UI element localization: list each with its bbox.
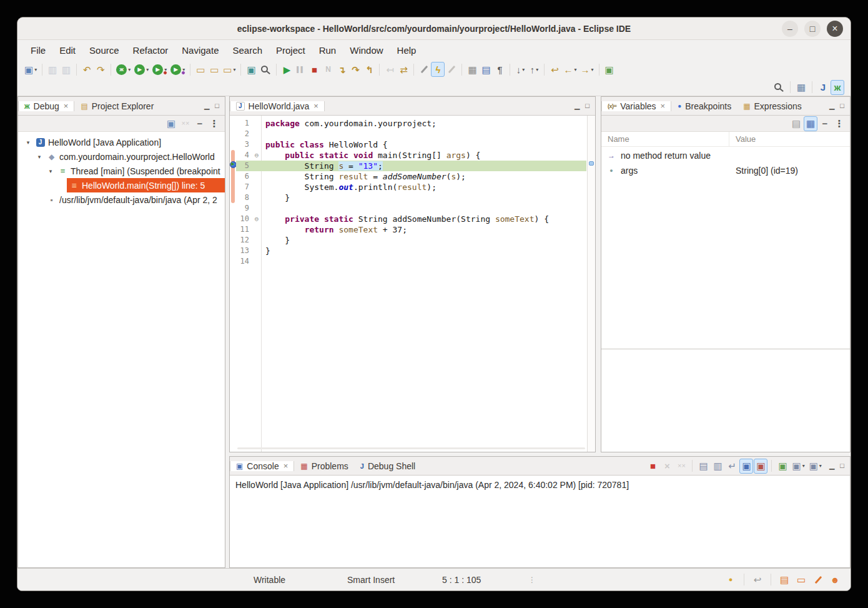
show-type-names-button[interactable]: ▤ [789, 116, 803, 131]
save-all-button[interactable]: ▥ [59, 62, 73, 77]
debug-tree-item-1[interactable]: ▾com.yourdomain.yourproject.HelloWorld [18, 149, 225, 164]
display-console-button[interactable]: ▣▾ [790, 459, 806, 474]
maximize-view-icon[interactable]: □ [840, 102, 844, 109]
console-view-tab-console[interactable]: Console× [230, 461, 294, 471]
variables-view-tab-variables[interactable]: Variables× [601, 101, 671, 111]
console-output[interactable]: HelloWorld [Java Application] /usr/lib/j… [230, 476, 850, 567]
minimize-view-icon[interactable]: ▁ [575, 102, 579, 109]
dropdown-arrow-icon[interactable]: ▾ [591, 67, 593, 72]
debug-tree-item-2[interactable]: ▾Thread [main] (Suspended (breakpoint [18, 164, 225, 178]
step-into-button[interactable]: ↴ [335, 62, 348, 77]
link-with-editor-button[interactable] [445, 62, 458, 77]
show-stderr-button[interactable]: ▣ [754, 459, 767, 474]
menu-edit[interactable]: Edit [52, 42, 82, 58]
open-console-button[interactable]: ▣▾ [807, 459, 824, 474]
tree-expand-icon[interactable]: ▾ [23, 139, 33, 146]
dropdown-arrow-icon[interactable]: ▾ [34, 67, 37, 72]
debug-view-tab-project-explorer[interactable]: Project Explorer [75, 101, 159, 111]
console-view-tab-problems[interactable]: Problems [295, 461, 353, 471]
show-stdout-button[interactable]: ▣ [739, 459, 753, 474]
mark-occurrences-button[interactable]: ϟ [431, 62, 445, 77]
close-window-button[interactable]: × [827, 21, 843, 37]
debug-tree-item-4[interactable]: /usr/lib/jvm/default-java/bin/java (Apr … [18, 192, 225, 207]
dropdown-arrow-icon[interactable]: ▾ [536, 67, 538, 72]
search-button[interactable] [258, 62, 273, 77]
resume-button[interactable]: ▶ [280, 62, 293, 77]
dropdown-arrow-icon[interactable]: ▾ [574, 67, 576, 72]
pencil-button[interactable] [417, 62, 431, 77]
close-tab-icon[interactable]: × [661, 101, 666, 111]
overview-ruler[interactable] [587, 116, 595, 452]
show-logical-structures-button[interactable]: ▦ [804, 116, 817, 131]
suspend-button[interactable]: ▌▌ [293, 62, 307, 77]
edit-icon[interactable] [811, 572, 825, 587]
code-line-7[interactable]: 7 System.out.println(result); [236, 182, 586, 192]
close-tab-icon[interactable]: × [313, 101, 318, 111]
console-view-tab-debug-shell[interactable]: Debug Shell [355, 461, 421, 471]
restore-icon[interactable]: ↩ [751, 572, 764, 587]
step-return-button[interactable]: ↰ [362, 62, 376, 77]
open-resource-button[interactable]: ▭▾ [221, 62, 237, 77]
variable-row-0[interactable]: no method return value [601, 148, 850, 163]
terminate-console-button[interactable]: ■ [646, 459, 659, 474]
block-selection-button[interactable]: ▦ [465, 62, 479, 77]
show-whitespace-button[interactable]: ¶ [493, 62, 506, 77]
fold-collapse-icon[interactable]: ⊖ [252, 214, 261, 224]
disconnect-button[interactable]: N [321, 62, 335, 77]
pin-editor-button[interactable]: ▣ [603, 62, 616, 77]
quick-fix-lightbulb-icon[interactable]: ● [724, 572, 737, 587]
next-annotation-button[interactable]: ↓▾ [513, 62, 527, 77]
code-line-8[interactable]: 8 } [236, 192, 586, 203]
menu-navigate[interactable]: Navigate [175, 42, 225, 58]
clear-console-button[interactable]: ▤ [696, 459, 710, 474]
dropdown-arrow-icon[interactable]: ▾ [522, 67, 525, 72]
java-perspective-button[interactable]: J [816, 80, 830, 95]
annotation-ruler[interactable]: ▶ [230, 116, 236, 452]
scroll-lock-button[interactable]: ▥ [711, 459, 724, 474]
dropdown-arrow-icon[interactable]: ▾ [128, 67, 131, 72]
dropdown-arrow-icon[interactable]: ▾ [802, 463, 805, 469]
minimize-view-icon[interactable]: ▁ [829, 462, 834, 469]
maximize-view-icon[interactable]: □ [585, 102, 589, 109]
forward-button[interactable]: →▾ [578, 62, 595, 77]
debug-launch-tree[interactable]: ▾HelloWorld [Java Application]▾com.yourd… [18, 132, 225, 567]
code-line-12[interactable]: 12 } [236, 235, 586, 246]
view-menu-button[interactable]: ⋮ [832, 116, 846, 131]
debug-view-tab-debug[interactable]: Debug× [18, 101, 74, 111]
variable-row-1[interactable]: argsString[0] (id=19) [601, 163, 850, 178]
debug-tree-item-0[interactable]: ▾HelloWorld [Java Application] [18, 135, 225, 149]
dropdown-arrow-icon[interactable]: ▾ [146, 67, 149, 72]
variables-view-tab-expressions[interactable]: Expressions [737, 101, 807, 111]
titlebar[interactable]: eclipse-workspace - HelloWorld/src/com/y… [17, 17, 851, 40]
maximize-view-icon[interactable]: □ [840, 462, 844, 469]
step-over-button[interactable]: ↷ [348, 62, 362, 77]
samples-icon[interactable]: ▭ [794, 572, 808, 587]
code-line-2[interactable]: 2 [236, 129, 586, 139]
code-editor[interactable]: ▶ 1package com.yourdomain.yourproject;23… [230, 116, 595, 452]
code-line-4[interactable]: 4⊖ public static void main(String[] args… [236, 150, 586, 161]
variables-view-tab-breakpoints[interactable]: Breakpoints [672, 101, 737, 111]
menu-refactor[interactable]: Refactor [126, 42, 175, 58]
editor-variables-sash[interactable] [596, 96, 601, 452]
code-line-9[interactable]: 9 [236, 203, 586, 214]
debug-button[interactable]: ж▾ [114, 62, 132, 77]
run-button[interactable]: ▶▾ [132, 62, 150, 77]
maximize-window-button[interactable]: □ [804, 21, 821, 37]
back-button[interactable]: ←▾ [561, 62, 578, 77]
menu-help[interactable]: Help [390, 42, 423, 58]
menu-project[interactable]: Project [269, 42, 312, 58]
debug-tree-item-3[interactable]: HelloWorld.main(String[]) line: 5 [18, 178, 225, 192]
close-tab-icon[interactable]: × [64, 101, 69, 111]
tree-expand-icon[interactable]: ▾ [46, 168, 56, 174]
drop-to-frame-button[interactable]: ↤ [383, 62, 397, 77]
terminate-button[interactable]: ■ [307, 62, 321, 77]
debug-perspective-button[interactable]: ж [831, 80, 844, 95]
minimize-view-icon[interactable]: ▁ [829, 102, 834, 109]
code-line-5[interactable]: 5 String s = "13"; [236, 161, 586, 171]
variable-detail-pane[interactable] [601, 349, 850, 452]
collapse-all-button[interactable]: − [818, 116, 832, 131]
menu-window[interactable]: Window [343, 42, 390, 58]
code-line-10[interactable]: 10⊖ private static String addSomeNumber(… [236, 214, 586, 224]
fold-collapse-icon[interactable]: ⊖ [252, 150, 261, 161]
docs-icon[interactable]: ▤ [777, 572, 791, 587]
